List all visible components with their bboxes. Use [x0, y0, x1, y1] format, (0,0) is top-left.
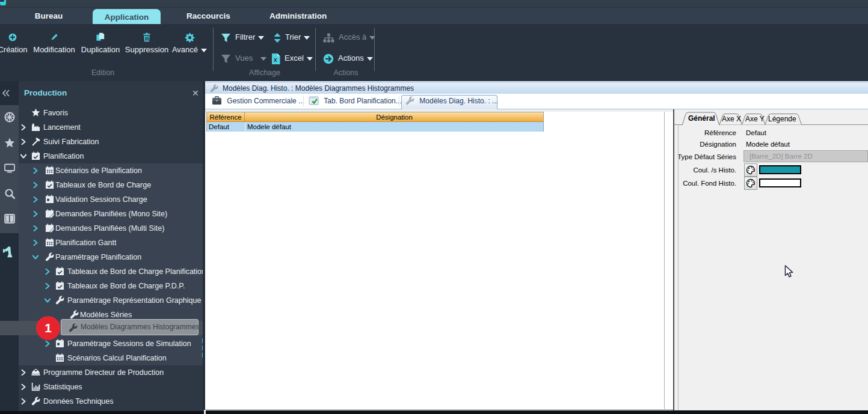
svg-text:x: x: [274, 56, 277, 63]
